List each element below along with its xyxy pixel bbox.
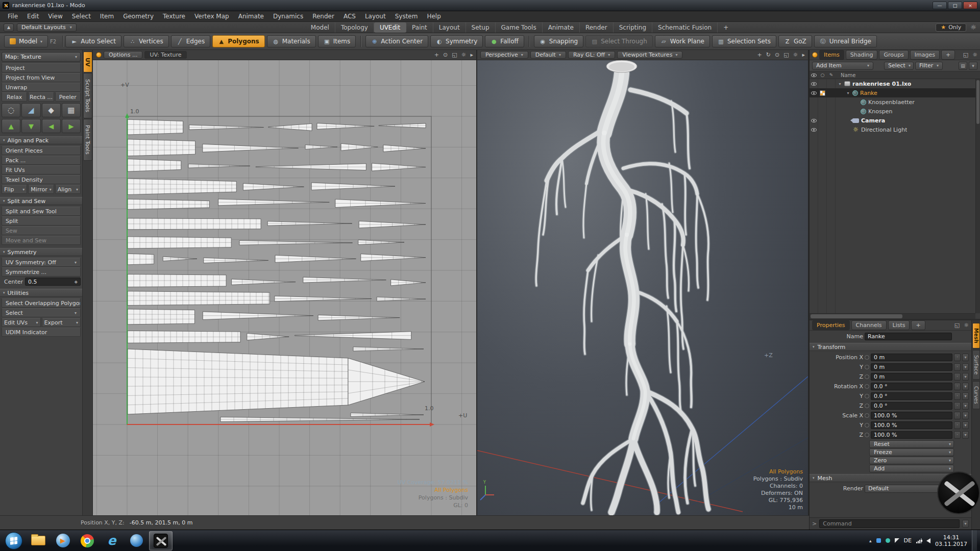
item-row-camera[interactable]: Camera — [810, 116, 975, 125]
orient-pieces-button[interactable]: Orient Pieces — [2, 146, 81, 155]
keyframe-button[interactable]: · — [954, 431, 961, 439]
channel-options-button[interactable]: ▾ — [962, 402, 969, 410]
eye-icon[interactable] — [811, 119, 817, 122]
item-row-rankenriese-01-lxo[interactable]: ▾rankenriese 01.lxo — [810, 79, 975, 88]
new-panel-tab[interactable]: + — [941, 50, 955, 60]
symmetry-section-header[interactable]: ▾Symmetry — [0, 248, 82, 256]
pack-button[interactable]: Pack ... — [2, 156, 81, 165]
side-tab-sculpt-tools[interactable]: Sculpt Tools — [83, 73, 92, 118]
reset-button[interactable]: Reset▾ — [869, 440, 954, 448]
keyframe-button[interactable]: · — [954, 412, 961, 419]
falloff-button[interactable]: ●Falloff — [485, 35, 524, 47]
expander-icon[interactable]: ▾ — [846, 91, 850, 95]
split-and-sew-tool-button[interactable]: Split and Sew Tool — [2, 207, 81, 216]
zero-button[interactable]: Zero▾ — [869, 457, 954, 464]
unreal-bridge-button[interactable]: ⓊUnreal Bridge — [814, 35, 877, 47]
add-item-dropdown[interactable]: Add Item ▾ — [812, 62, 873, 70]
maximize-panel-icon[interactable]: ◱ — [954, 322, 960, 329]
clock[interactable]: 14:31 03.11.2017 — [935, 534, 967, 547]
selection-sets-button[interactable]: ▥Selection Sets — [712, 35, 776, 47]
taskbar-explorer-button[interactable] — [27, 531, 50, 550]
viewport-preset-icon[interactable] — [96, 52, 102, 58]
viewport-menu-icon[interactable]: ▸ — [470, 52, 473, 58]
channel-options-button[interactable]: ▾ — [962, 392, 969, 400]
snapping-button[interactable]: ◉Snapping — [534, 35, 583, 47]
goz-button[interactable]: ZGoZ — [778, 35, 812, 47]
scrollbar-thumb[interactable] — [811, 314, 902, 318]
volume-icon[interactable] — [926, 538, 930, 543]
tray-app-icon[interactable] — [886, 538, 890, 543]
pin-layout-button[interactable]: ▲ — [4, 23, 14, 32]
layout-tab-schematic-fusion[interactable]: Schematic Fusion — [652, 22, 718, 33]
add-button[interactable]: Add▾ — [869, 465, 954, 472]
pan-icon[interactable]: + — [434, 52, 439, 58]
channel-dot-icon[interactable] — [865, 384, 869, 389]
transform-section-header[interactable]: ▾Transform — [810, 343, 971, 351]
fit-uvs-button[interactable]: Fit UVs — [2, 165, 81, 174]
materials-button[interactable]: ◍Materials — [267, 35, 316, 47]
keyframe-button[interactable]: · — [954, 373, 961, 381]
maximize-viewport-icon[interactable]: ◱ — [452, 52, 457, 58]
channel-options-button[interactable]: ▾ — [962, 354, 969, 361]
menu-geometry[interactable]: Geometry — [118, 13, 158, 20]
channel-options-button[interactable]: ▾ — [962, 363, 969, 371]
panel-tab-channels[interactable]: Channels — [851, 320, 887, 330]
menu-texture[interactable]: Texture — [158, 13, 190, 20]
project-from-view-button[interactable]: Project from View — [2, 73, 81, 82]
maximize-panel-icon[interactable]: ◱ — [963, 52, 968, 58]
layouts-dropdown[interactable]: Default Layouts ▾ — [17, 23, 77, 32]
action-center-icon[interactable] — [895, 538, 899, 543]
viewport-settings-icon[interactable]: ☼ — [793, 52, 798, 58]
relax-button[interactable]: Relax — [2, 92, 27, 102]
property-category-mesh[interactable]: Mesh — [972, 323, 980, 348]
layout-tab-layout[interactable]: Layout — [433, 22, 466, 33]
channel-dot-icon[interactable] — [865, 394, 869, 398]
maximize-button[interactable]: □ — [948, 2, 962, 9]
expander-icon[interactable]: ▾ — [838, 82, 842, 86]
channel-dot-icon[interactable] — [865, 404, 869, 408]
menu-item[interactable]: Item — [95, 13, 118, 20]
zoom-icon[interactable]: ⊙ — [775, 52, 779, 58]
item-row-directional-light[interactable]: ☼Directional Light — [810, 125, 975, 134]
uv-ramp-tool-button[interactable]: ◢ — [21, 103, 40, 117]
lasso-select-tool-button[interactable]: ◌ — [2, 103, 20, 117]
uv-arrow-down-tool-button[interactable]: ▼ — [21, 119, 40, 133]
uv-symmetry-off-dropdown[interactable]: UV Symmetry: Off▾ — [2, 258, 81, 267]
items-vertical-scrollbar[interactable] — [975, 79, 980, 313]
symmetrize-button[interactable]: Symmetrize ... — [2, 267, 81, 277]
uv-texture-tab[interactable]: UV: Texture — [144, 51, 186, 59]
udim-indicator-button[interactable]: UDIM Indicator — [2, 328, 81, 337]
z-input[interactable]: 100.0 % — [871, 431, 952, 439]
layout-tab-setup[interactable]: Setup — [466, 22, 496, 33]
split-and-sew-section-header[interactable]: ▾Split and Sew — [0, 197, 82, 205]
panel-tab-items[interactable]: Items — [819, 50, 844, 60]
taskbar-start-button[interactable] — [2, 531, 26, 550]
menu-file[interactable]: File — [3, 13, 22, 20]
channel-dot-icon[interactable] — [865, 365, 869, 369]
eye-icon[interactable] — [811, 128, 817, 132]
filter-dropdown[interactable]: Filter ▾ — [915, 62, 943, 70]
list-options-button[interactable]: ▾ — [969, 62, 977, 70]
center-input[interactable]: 0.5◆ — [25, 278, 81, 286]
close-button[interactable]: × — [963, 2, 977, 9]
y-input[interactable]: 100.0 % — [871, 421, 952, 429]
channel-options-button[interactable]: ▾ — [962, 373, 969, 381]
keyframe-button[interactable]: · — [954, 402, 961, 410]
select-dropdown[interactable]: Select ▾ — [884, 62, 914, 70]
auto-select-button[interactable]: ►Auto Select — [65, 35, 121, 47]
panel-tab-lists[interactable]: Lists — [888, 320, 910, 330]
rotation-x-input[interactable]: 0.0 ° — [871, 383, 952, 390]
z-input[interactable]: 0.0 ° — [871, 402, 952, 410]
uv-arrow-right-tool-button[interactable]: ▶ — [62, 119, 81, 133]
viewport-tab-viewport-textures[interactable]: Viewport Textures▾ — [617, 51, 682, 59]
position-x-input[interactable]: 0 m — [871, 354, 952, 361]
eye-icon[interactable] — [811, 91, 817, 95]
channel-dot-icon[interactable] — [865, 413, 869, 418]
panel-settings-icon[interactable]: ☼ — [964, 322, 969, 329]
edges-button[interactable]: ╱Edges — [171, 35, 210, 47]
minimize-button[interactable]: — — [933, 2, 947, 9]
work-plane-button[interactable]: ▱Work Plane — [655, 35, 710, 47]
layout-tab-animate[interactable]: Animate — [543, 22, 580, 33]
align-and-pack-section-header[interactable]: ▾Align and Pack — [0, 136, 82, 144]
layout-tab-render[interactable]: Render — [580, 22, 614, 33]
